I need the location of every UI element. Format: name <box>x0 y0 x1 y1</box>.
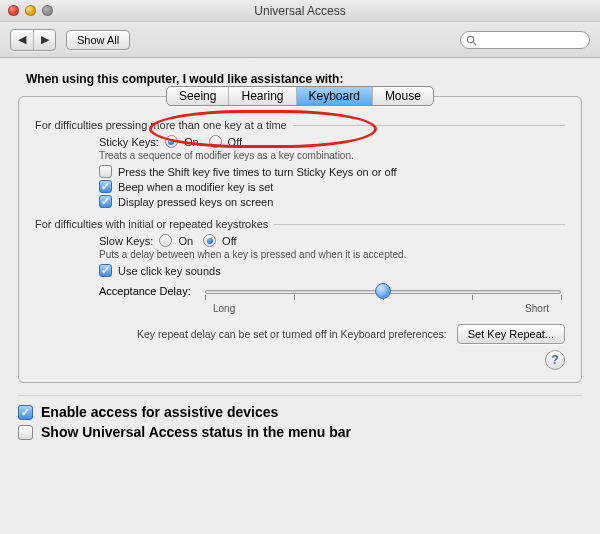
shift-five-label: Press the Shift key five times to turn S… <box>118 166 397 178</box>
back-button[interactable]: ◀ <box>11 30 33 50</box>
click-sounds-checkbox[interactable] <box>99 264 112 277</box>
menubar-status-label: Show Universal Access status in the menu… <box>41 424 351 440</box>
forward-button[interactable]: ▶ <box>33 30 55 50</box>
sticky-off-label: Off <box>228 136 242 148</box>
sticky-on-label: On <box>184 136 199 148</box>
svg-point-0 <box>467 36 473 42</box>
slow-keys-on-radio[interactable] <box>159 234 172 247</box>
shift-five-checkbox[interactable] <box>99 165 112 178</box>
sticky-section-label: For difficulties pressing more than one … <box>35 119 287 131</box>
divider <box>18 395 582 396</box>
slow-on-label: On <box>178 235 193 247</box>
slow-keys-off-radio[interactable] <box>203 234 216 247</box>
search-field-wrapper <box>460 31 590 49</box>
acceptance-delay-label: Acceptance Delay: <box>99 285 191 297</box>
page-heading: When using this computer, I would like a… <box>26 72 582 86</box>
assistive-devices-checkbox[interactable] <box>18 405 33 420</box>
beep-modifier-checkbox[interactable] <box>99 180 112 193</box>
search-input[interactable] <box>481 34 581 46</box>
divider <box>293 125 565 126</box>
delay-short-label: Short <box>525 303 549 314</box>
divider <box>274 224 565 225</box>
window-title: Universal Access <box>0 4 600 18</box>
sticky-keys-on-radio[interactable] <box>165 135 178 148</box>
delay-long-label: Long <box>213 303 235 314</box>
svg-line-1 <box>473 42 476 45</box>
menubar-status-checkbox[interactable] <box>18 425 33 440</box>
display-pressed-label: Display pressed keys on screen <box>118 196 273 208</box>
display-pressed-checkbox[interactable] <box>99 195 112 208</box>
sticky-description: Treats a sequence of modifier keys as a … <box>99 150 565 161</box>
help-button[interactable]: ? <box>545 350 565 370</box>
nav-back-forward: ◀ ▶ <box>10 29 56 51</box>
tab-seeing[interactable]: Seeing <box>167 87 228 105</box>
set-key-repeat-button[interactable]: Set Key Repeat... <box>457 324 565 344</box>
tab-mouse[interactable]: Mouse <box>372 87 433 105</box>
slow-section-label: For difficulties with initial or repeate… <box>35 218 268 230</box>
tab-hearing[interactable]: Hearing <box>228 87 295 105</box>
tab-keyboard[interactable]: Keyboard <box>296 87 372 105</box>
search-icon <box>466 35 477 46</box>
beep-modifier-label: Beep when a modifier key is set <box>118 181 273 193</box>
sticky-keys-label: Sticky Keys: <box>99 136 159 148</box>
show-all-button[interactable]: Show All <box>66 30 130 50</box>
sticky-keys-off-radio[interactable] <box>209 135 222 148</box>
acceptance-delay-slider[interactable] <box>205 281 561 301</box>
click-sounds-label: Use click key sounds <box>118 265 221 277</box>
key-repeat-note: Key repeat delay can be set or turned of… <box>137 328 447 340</box>
assistive-devices-label: Enable access for assistive devices <box>41 404 278 420</box>
slow-off-label: Off <box>222 235 236 247</box>
slow-description: Puts a delay between when a key is press… <box>99 249 565 260</box>
slow-keys-label: Slow Keys: <box>99 235 153 247</box>
